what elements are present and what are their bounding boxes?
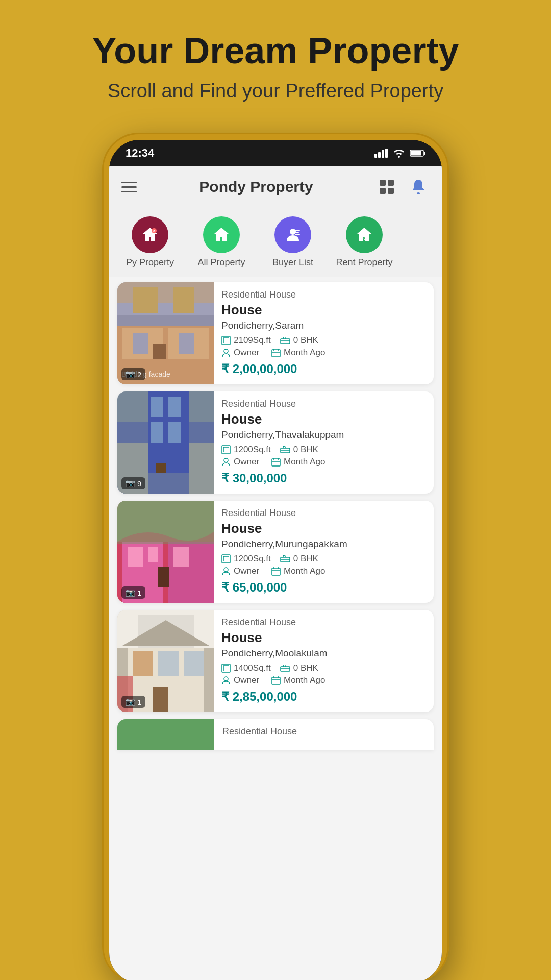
svg-rect-6 [424,152,425,155]
svg-rect-69 [153,687,168,712]
svg-rect-37 [151,397,163,417]
property-sqft-1: 1200Sq.ft [221,445,271,455]
property-card-partial[interactable]: Residential House [117,719,434,750]
svg-rect-16 [295,234,300,235]
property-location-0: Pondicherry,Saram [221,320,425,331]
property-location-1: Pondicherry,Thavalakuppam [221,429,425,440]
property-type-3: Residential House [221,617,425,628]
property-info-1: Residential House House Pondicherry,Thav… [214,391,434,494]
top-bar: Pondy Property [109,166,442,207]
signal-icon [374,149,388,158]
status-time: 12:34 [126,146,154,160]
photo-count-3: 📷1 [121,696,145,708]
property-owner-row-0: Owner Month Ago [221,348,425,358]
property-type-0: Residential House [221,289,425,300]
nav-all-property-icon [203,216,240,253]
svg-rect-8 [388,180,394,186]
property-name-2: House [221,521,425,536]
property-image-3: 📷1 [117,610,214,712]
nav-rent-property-icon: ₹ [346,216,383,253]
photo-count-0: 📷2 [121,368,145,380]
property-type-2: Residential House [221,508,425,519]
property-card-3[interactable]: 📷1 Residential House House Pondicherry,M… [117,610,434,712]
nav-all-property-label: All Property [197,257,245,268]
app-title: Pondy Property [199,178,313,195]
svg-point-46 [224,458,228,462]
svg-point-13 [290,229,296,235]
svg-rect-39 [151,422,163,443]
page-heading: Your Dream Property [92,31,459,71]
property-time-1: Month Ago [271,457,325,467]
photo-count-2: 📷1 [121,586,145,599]
svg-rect-67 [158,651,179,676]
property-sqft-2: 1200Sq.ft [221,554,271,564]
grid-view-button[interactable] [375,176,398,198]
svg-rect-7 [380,180,386,186]
property-name-1: House [221,411,425,427]
svg-rect-33 [272,350,280,357]
menu-button[interactable] [121,182,137,192]
notifications-button[interactable] [407,176,430,198]
property-sqft-3: 1400Sq.ft [221,663,271,673]
svg-rect-38 [168,397,181,417]
property-card-2[interactable]: 📷1 Residential House House Pondicherry,M… [117,501,434,603]
property-owner-1: Owner [221,457,259,467]
nav-all-property[interactable]: All Property [186,216,257,268]
status-bar: 12:34 [109,140,442,166]
svg-rect-54 [173,547,189,567]
property-price-2: ₹ 65,00,000 [221,580,425,595]
svg-rect-24 [153,344,166,359]
svg-point-59 [224,568,228,572]
status-icons [374,149,425,158]
phone-shell: 12:34 [102,133,449,980]
nav-buyer-list-label: Buyer List [272,257,313,268]
nav-buyer-list[interactable]: Buyer List [257,216,329,268]
property-image-1: 📷9 [117,391,214,494]
svg-rect-9 [380,188,386,194]
svg-rect-14 [295,230,300,231]
property-bhk-1: 0 BHK [280,445,318,455]
svg-rect-47 [272,459,280,466]
svg-rect-1 [378,152,381,158]
svg-rect-60 [272,568,280,575]
svg-rect-22 [133,333,148,354]
svg-text:₹: ₹ [362,235,365,241]
nav-py-property[interactable]: Py Property [114,216,186,268]
svg-rect-15 [295,232,299,233]
property-image-0: Building facade 📷2 [117,282,214,384]
svg-point-32 [224,349,228,353]
nav-rent-property-label: Rent Property [336,257,392,268]
property-list: Building facade 📷2 Residential House Hou… [109,277,442,755]
svg-rect-23 [179,333,194,354]
svg-rect-3 [385,149,388,158]
svg-rect-0 [374,154,377,158]
phone-screen: 12:34 [109,140,442,980]
property-time-0: Month Ago [271,348,325,358]
svg-rect-27 [133,287,158,313]
property-name-0: House [221,302,425,318]
svg-rect-66 [133,651,153,676]
property-info-2: Residential House House Pondicherry,Muru… [214,501,434,603]
svg-point-11 [417,192,420,194]
property-owner-2: Owner [221,566,259,576]
property-card-1[interactable]: 📷9 Residential House House Pondicherry,T… [117,391,434,494]
photo-count-1: 📷9 [121,477,145,489]
svg-point-73 [224,677,228,681]
property-price-1: ₹ 30,00,000 [221,471,425,485]
top-bar-actions [375,176,430,198]
property-bhk-2: 0 BHK [280,554,318,564]
property-owner-3: Owner [221,675,259,685]
property-type-1: Residential House [221,399,425,409]
property-name-3: House [221,630,425,646]
svg-rect-74 [272,677,280,684]
partial-type: Residential House [222,726,297,737]
property-meta-row-0: 2109Sq.ft 0 BHK [221,335,425,346]
svg-rect-10 [388,188,394,194]
property-location-2: Pondicherry,Murungapakkam [221,538,425,550]
nav-py-property-icon [132,216,168,253]
property-price-0: ₹ 2,00,00,000 [221,362,425,376]
svg-rect-52 [128,547,143,567]
nav-rent-property[interactable]: ₹ Rent Property [329,216,400,268]
property-card-0[interactable]: Building facade 📷2 Residential House Hou… [117,282,434,384]
partial-image [117,719,214,750]
